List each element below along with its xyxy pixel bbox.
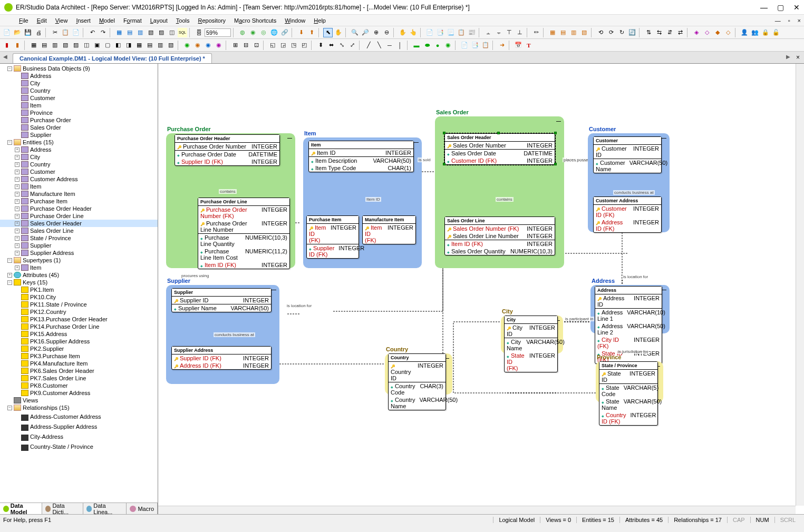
tb-sql[interactable]: SQL: [178, 28, 187, 37]
tab-data-lineage[interactable]: Data Linea...: [83, 503, 127, 514]
entity-sales-order-header[interactable]: Sales Order HeaderSales Order NumberINTE…: [444, 133, 555, 165]
t2-ee[interactable]: ⤢: [347, 41, 357, 50]
t2-r[interactable]: ◉: [193, 41, 202, 50]
tb-p2[interactable]: ⬆: [307, 28, 316, 37]
menu-view[interactable]: View: [51, 16, 72, 25]
tree-node[interactable]: PK4.Manufacture Item: [0, 360, 158, 367]
tb-doc4[interactable]: 📋: [457, 28, 466, 37]
tab-data-dict[interactable]: Data Dicti...: [42, 503, 83, 514]
entity-manufacture-item[interactable]: Manufacture ItemItem ID (FK)INTEGER: [362, 215, 416, 244]
tb-z1[interactable]: 🔍: [350, 28, 360, 37]
tab-active[interactable]: Canonical Example.DM1 - Logical Model Vi…: [13, 53, 212, 63]
entity-country[interactable]: CountryCountry IDINTEGERCountry CodeCHAR…: [388, 353, 446, 410]
tb-open[interactable]: 📂: [13, 28, 22, 37]
tree-node[interactable]: +Customer: [0, 168, 158, 175]
tree-node[interactable]: PK15.Address: [0, 330, 158, 338]
menu-model[interactable]: Model: [95, 16, 119, 25]
tree-node[interactable]: +Item: [0, 183, 158, 190]
tb-g3[interactable]: ◎: [259, 28, 268, 37]
menu-file[interactable]: File: [15, 16, 33, 25]
group-country[interactable]: Country— CountryCountry IDINTEGERCountry…: [385, 353, 452, 395]
menu-format[interactable]: Format: [119, 16, 146, 25]
tree-node[interactable]: +Manufacture Item: [0, 190, 158, 198]
t2-d2[interactable]: 📑: [470, 41, 480, 50]
tb-paste[interactable]: 📄: [71, 28, 81, 37]
tree-node[interactable]: +Address: [0, 146, 158, 153]
tb-print[interactable]: 🖨: [34, 28, 43, 37]
entity-city[interactable]: CityCity IDINTEGERCity NameVARCHAR(50)St…: [504, 316, 558, 372]
tb-c4[interactable]: ◇: [723, 28, 733, 37]
tb-hand[interactable]: ✋: [334, 28, 343, 37]
tree-node[interactable]: Supplier: [0, 131, 158, 139]
menu-window[interactable]: Window: [280, 16, 309, 25]
t2-h[interactable]: ◫: [82, 41, 91, 50]
t2-z[interactable]: ◳: [289, 41, 298, 50]
tab-data-model[interactable]: Data Model: [0, 503, 42, 514]
canvas-scrollbar-h[interactable]: [158, 506, 796, 514]
t2-cc[interactable]: ⬌: [326, 41, 336, 50]
menu-edit[interactable]: Edit: [33, 16, 51, 25]
tb-g5[interactable]: 🔗: [280, 28, 289, 37]
tree-node[interactable]: PK9.Customer Address: [0, 389, 158, 397]
tree-node[interactable]: PK16.Supplier Address: [0, 338, 158, 345]
tb-r2[interactable]: ⟳: [606, 28, 616, 37]
tb-c[interactable]: ▥: [135, 28, 145, 37]
tb-doc1[interactable]: 📄: [425, 28, 434, 37]
mdi-restore[interactable]: ▫: [784, 16, 793, 25]
tab-scroll-right[interactable]: ▶: [786, 54, 790, 60]
tree-node[interactable]: +State / Province: [0, 234, 158, 242]
t2-l[interactable]: ◨: [124, 41, 133, 50]
tab-close[interactable]: ×: [796, 54, 800, 61]
tree-node[interactable]: +Purchase Order Header: [0, 205, 158, 212]
tb-al3[interactable]: ⊤: [505, 28, 514, 37]
t2-k[interactable]: ◧: [113, 41, 123, 50]
tb-p1[interactable]: ⬇: [296, 28, 306, 37]
tree-node[interactable]: PK13.Purchase Order Header: [0, 316, 158, 323]
tree-node[interactable]: PK1.Item: [0, 286, 158, 293]
tb-c1[interactable]: ◈: [692, 28, 701, 37]
group-sales-order[interactable]: Sales Order— Sales Order HeaderSales Ord…: [435, 116, 564, 268]
tb-h2[interactable]: 👆: [409, 28, 418, 37]
entity-supplier-address[interactable]: Supplier AddressSupplier ID (FK)INTEGERA…: [171, 346, 272, 370]
menu-layout[interactable]: Layout: [146, 16, 172, 25]
t2-m[interactable]: ▦: [134, 41, 144, 50]
tb-doc2[interactable]: 📑: [435, 28, 445, 37]
t2-a[interactable]: ▮: [2, 41, 12, 50]
menu-insert[interactable]: Insert: [72, 16, 95, 25]
tree-node[interactable]: PK10.City: [0, 293, 158, 301]
maximize-button[interactable]: ▢: [777, 3, 784, 12]
tree-node[interactable]: −Relationships (15): [0, 404, 158, 411]
tree-node[interactable]: PK7.Sales Order Line: [0, 375, 158, 382]
t2-g1[interactable]: ▬: [412, 41, 421, 50]
entity-customer[interactable]: CustomerCustomer IDINTEGERCustomer NameV…: [593, 136, 662, 173]
t2-ii[interactable]: │: [395, 41, 405, 50]
entity-item[interactable]: ItemItem IDINTEGERItem DescriptionVARCHA…: [308, 141, 414, 172]
tb-u1[interactable]: 👤: [740, 28, 749, 37]
tree-node[interactable]: +City: [0, 153, 158, 161]
t2-d[interactable]: ▤: [40, 41, 49, 50]
t2-gg[interactable]: ╲: [374, 41, 384, 50]
tb-h1[interactable]: ✋: [398, 28, 408, 37]
t2-arr[interactable]: ➜: [497, 41, 507, 50]
tb-r1[interactable]: ⟲: [596, 28, 605, 37]
tree-node[interactable]: +Item: [0, 264, 158, 271]
t2-g4[interactable]: ◉: [443, 41, 453, 50]
entity-purchase-order-header[interactable]: Purchase Order HeaderPurchase Order Numb…: [175, 134, 280, 166]
tree-node[interactable]: +Purchase Item: [0, 198, 158, 205]
tb-g1[interactable]: ◍: [238, 28, 247, 37]
tab-scroll-left[interactable]: ◀: [3, 54, 7, 60]
tb-r4[interactable]: 🔄: [627, 28, 637, 37]
tb-ed[interactable]: ✏: [531, 28, 541, 37]
t2-f[interactable]: ▧: [61, 41, 70, 50]
tree-node[interactable]: +Attributes (45): [0, 271, 158, 279]
tb-v4[interactable]: ▧: [579, 28, 589, 37]
tb-z4[interactable]: ⊖: [382, 28, 391, 37]
tb-c2[interactable]: ◇: [702, 28, 712, 37]
tb-doc5[interactable]: 📰: [467, 28, 477, 37]
tb-doc3[interactable]: 📃: [446, 28, 456, 37]
canvas-scrollbar-v[interactable]: [796, 64, 804, 506]
t2-i[interactable]: ▣: [92, 41, 102, 50]
group-city[interactable]: City— CityCity IDINTEGERCity NameVARCHAR…: [501, 316, 563, 353]
t2-ff[interactable]: ╱: [364, 41, 373, 50]
tree-node[interactable]: +Sales Order Header: [0, 220, 158, 227]
